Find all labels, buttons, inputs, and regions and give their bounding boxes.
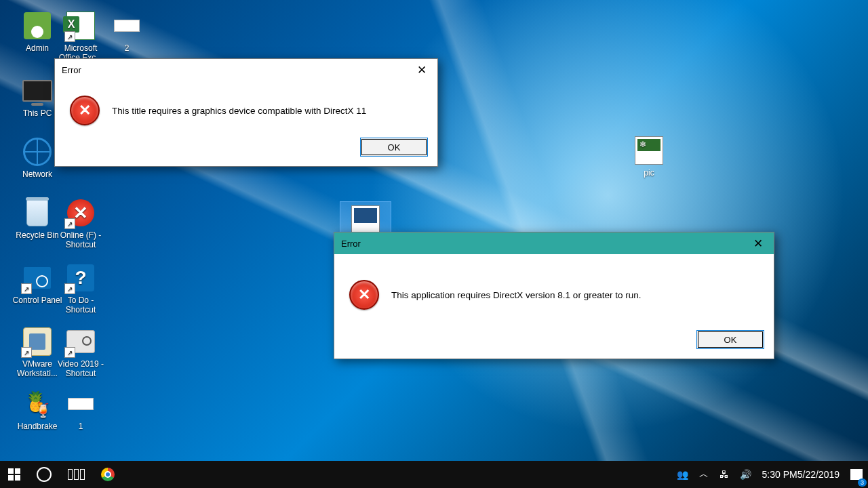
- close-icon: ✕: [753, 237, 763, 251]
- desktop-icon-todo[interactable]: ? ↗ To Do - Shortcut: [56, 262, 106, 314]
- image-file-icon: [635, 136, 663, 165]
- file-icon: [68, 398, 94, 410]
- shortcut-arrow-icon: ↗: [21, 347, 32, 358]
- icon-label: Admin: [12, 43, 62, 53]
- shortcut-arrow-icon: ↗: [64, 283, 75, 294]
- dialog-titlebar[interactable]: Error ✕: [55, 59, 437, 81]
- desktop-icon-handbrake[interactable]: Handbrake: [12, 388, 62, 431]
- icon-label: Recycle Bin: [12, 230, 62, 240]
- error-dialog-dx11: Error ✕ ✕ This title requires a graphics…: [54, 58, 438, 167]
- chevron-up-icon: ︿: [699, 468, 709, 481]
- desktop-icon-vmware[interactable]: ↗ VMware Workstati...: [12, 325, 62, 378]
- windows-logo-icon: [8, 468, 20, 481]
- shortcut-arrow-icon: ↗: [64, 347, 75, 358]
- desktop-icon-video-shortcut[interactable]: ↗ Video 2019 - Shortcut: [56, 325, 106, 378]
- icon-label: Network: [12, 169, 62, 179]
- desktop-icon-admin[interactable]: Admin: [12, 9, 62, 53]
- icon-label: pic: [624, 168, 674, 178]
- tray-notifications[interactable]: 3: [845, 461, 868, 488]
- dialog-title: Error: [62, 65, 81, 75]
- clock-time: 5:30 PM: [762, 470, 797, 479]
- error-dialog-dx81: Error ✕ ✕ This application requires Dire…: [334, 232, 774, 359]
- close-button[interactable]: ✕: [406, 59, 437, 81]
- icon-label: To Do - Shortcut: [56, 296, 106, 314]
- chrome-icon: [101, 468, 115, 481]
- icon-label: 2: [102, 43, 152, 53]
- ok-button[interactable]: OK: [696, 330, 764, 349]
- shortcut-arrow-icon: ↗: [21, 283, 32, 294]
- network-icon: [23, 138, 52, 166]
- taskbar-app-chrome[interactable]: [93, 461, 123, 488]
- desktop-icon-file1[interactable]: 1: [56, 388, 106, 431]
- cortana-button[interactable]: [28, 461, 60, 488]
- dialog-message: This title requires a graphics device co…: [112, 106, 366, 116]
- close-button[interactable]: ✕: [743, 232, 774, 254]
- shortcut-arrow-icon: ↗: [64, 218, 75, 229]
- desktop-icon-online-shortcut[interactable]: ✕ ↗ Online (F) - Shortcut: [56, 197, 106, 249]
- desktop[interactable]: Admin This PC Network Recycle Bin ↗ Cont…: [0, 0, 868, 461]
- desktop-icon-recycle-bin[interactable]: Recycle Bin: [12, 197, 62, 240]
- computer-icon: [22, 80, 52, 102]
- notification-count: 3: [858, 479, 867, 487]
- icon-label: Online (F) - Shortcut: [56, 230, 106, 249]
- desktop-icon-file2[interactable]: 2: [102, 9, 152, 53]
- icon-label: Control Panel: [12, 296, 62, 305]
- dialog-titlebar[interactable]: Error ✕: [334, 232, 774, 254]
- error-icon: ✕: [70, 96, 100, 125]
- icon-label: VMware Workstati...: [12, 359, 62, 378]
- file-icon: [114, 20, 140, 32]
- error-icon: ✕: [349, 280, 379, 310]
- desktop-icon-control-panel[interactable]: ↗ Control Panel: [12, 262, 62, 305]
- handbrake-icon: [24, 390, 51, 418]
- task-view-icon: [68, 469, 85, 480]
- start-button[interactable]: [0, 461, 28, 488]
- tray-clock[interactable]: 5:30 PM 5/22/2019: [757, 461, 845, 488]
- icon-label: Video 2019 - Shortcut: [56, 359, 106, 378]
- tray-people[interactable]: 👥: [671, 461, 694, 488]
- desktop-icon-pic[interactable]: pic: [624, 134, 674, 178]
- ok-button[interactable]: OK: [360, 138, 428, 157]
- people-icon: 👥: [677, 469, 688, 480]
- system-tray: 👥 ︿ 🖧 🔊 5:30 PM 5/22/2019 3: [671, 461, 868, 488]
- icon-label: 1: [56, 422, 106, 431]
- tray-overflow[interactable]: ︿: [694, 461, 714, 488]
- tray-network[interactable]: 🖧: [714, 461, 734, 488]
- shortcut-arrow-icon: ↗: [64, 31, 75, 42]
- recycle-bin-icon: [26, 199, 48, 226]
- icon-label: Handbrake: [12, 422, 62, 431]
- task-view-button[interactable]: [60, 461, 93, 488]
- clock-date: 5/22/2019: [797, 470, 840, 479]
- ethernet-icon: 🖧: [719, 469, 729, 480]
- tray-volume[interactable]: 🔊: [734, 461, 757, 488]
- dialog-title: Error: [341, 239, 361, 249]
- dialog-message: This application requires DirectX versio…: [391, 290, 641, 300]
- close-icon: ✕: [417, 63, 427, 77]
- image-file-icon: [351, 205, 380, 234]
- speaker-icon: 🔊: [740, 469, 751, 480]
- desktop-icon-excel[interactable]: ↗ Microsoft Office Exc...: [56, 9, 106, 62]
- user-icon: [24, 12, 51, 39]
- cortana-icon: [37, 467, 52, 482]
- taskbar: 👥 ︿ 🖧 🔊 5:30 PM 5/22/2019 3: [0, 461, 868, 488]
